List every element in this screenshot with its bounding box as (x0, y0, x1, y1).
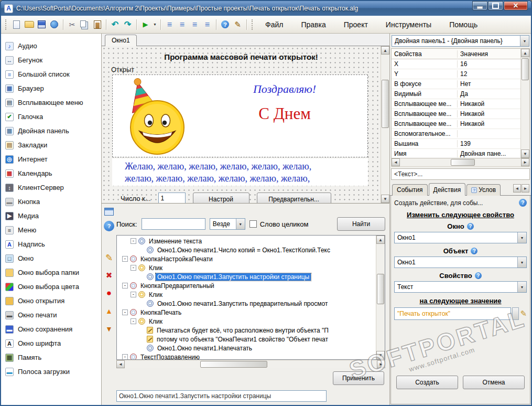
undo-icon[interactable] (109, 18, 121, 30)
search-scope-combo[interactable]: Везде (210, 218, 245, 230)
scroll-down-arrow[interactable]: ▼ (376, 351, 385, 359)
tab-actions[interactable]: Действия (429, 183, 466, 196)
help-icon[interactable] (475, 272, 482, 279)
list-blue-1-icon[interactable] (164, 18, 176, 30)
tree-item[interactable]: Печататься будет всё, что расположено вн… (117, 326, 376, 335)
palette-item[interactable]: ↔Бегунок (1, 53, 101, 67)
menu-item[interactable]: Файл (264, 19, 284, 30)
tree-item[interactable]: -КнопкаПредварительный (117, 281, 376, 290)
scroll-up-arrow[interactable]: ▲ (376, 236, 385, 244)
property-row[interactable]: Вспомогательное... (392, 129, 520, 139)
tree-item[interactable]: потому что объекта "ОкнаПечати1 свойство… (117, 335, 376, 344)
cancel-button[interactable]: Отмена (463, 376, 525, 389)
tree-expander[interactable]: - (122, 309, 128, 315)
tab-events[interactable]: События (392, 184, 428, 196)
values-column-header[interactable]: Значения (458, 50, 520, 58)
tree-horizontal-scrollbar[interactable]: ◄ ► (116, 360, 385, 368)
help-icon[interactable] (467, 223, 474, 230)
create-button[interactable]: Создать (396, 376, 458, 389)
search-input[interactable] (142, 218, 205, 230)
apply-button[interactable]: Применить (333, 371, 384, 385)
property-text-editor[interactable]: <Текст>... (391, 168, 530, 180)
palette-item[interactable]: AНадпись (1, 237, 101, 251)
open-folder-icon[interactable] (23, 18, 35, 30)
scroll-thumb[interactable] (451, 159, 475, 166)
menu-item[interactable]: Инструменты (385, 19, 432, 30)
tree-item[interactable]: -Изменение текста (117, 237, 376, 245)
palette-item[interactable]: ≡Большой список (1, 67, 101, 81)
whole-word-checkbox[interactable] (249, 220, 257, 228)
palette-item[interactable]: Окно выбора цвета (1, 280, 101, 294)
edit-pencil-icon[interactable] (104, 252, 114, 263)
palette-item[interactable]: АОкно шрифта (1, 336, 101, 350)
move-down-icon[interactable] (104, 324, 114, 334)
menu-item[interactable]: Проект (343, 19, 369, 30)
greeting-text-2[interactable]: С Днем (258, 104, 311, 123)
chevron-down-icon[interactable] (517, 282, 526, 292)
tabs-scroll-left[interactable]: ◄ (513, 184, 521, 193)
palette-item[interactable]: ↕КлиентСервер (1, 180, 101, 195)
palette-item[interactable]: ▦Двойная панель (1, 124, 101, 138)
edit-tools-icon[interactable] (232, 18, 244, 30)
tree-item[interactable]: -Клик (117, 290, 376, 299)
scroll-left-arrow[interactable]: ◄ (116, 360, 125, 368)
palette-item[interactable]: ▦Календарь (1, 166, 101, 180)
property-row[interactable]: В фокусеНет (392, 79, 520, 89)
palette-item[interactable]: ▬Окно печати (1, 308, 101, 322)
list-blue-2-icon[interactable] (176, 18, 188, 30)
tree-item[interactable]: Окно1.Окно печати1.Запустить настройки с… (117, 272, 376, 281)
title-bar[interactable]: A C:\Users\SoftPortal\Documents\Алгоритм… (1, 1, 531, 16)
tree-expander[interactable]: - (131, 238, 136, 244)
palette-item[interactable]: Окно открытия (1, 294, 101, 308)
toolbar-grip[interactable] (5, 19, 8, 30)
tree-item[interactable]: Окно1.Окно печати1.Запустить предварител… (117, 299, 376, 308)
wishes-text[interactable]: Желаю, желаю, желаю, желаю, желаю, желаю… (112, 158, 368, 186)
chevron-down-icon[interactable] (517, 232, 526, 243)
chevron-down-icon[interactable] (236, 219, 245, 229)
web-doc-icon[interactable] (48, 18, 60, 30)
delete-icon[interactable] (104, 270, 114, 281)
scroll-thumb[interactable] (377, 274, 384, 304)
list-blue-3-icon[interactable] (189, 18, 201, 30)
form-designer-canvas[interactable]: Программа массовой печати открыток! Откр… (102, 46, 381, 203)
menubar-grip[interactable] (252, 19, 254, 30)
tab-conditions[interactable]: Услов (466, 184, 501, 196)
palette-item[interactable]: ▦Память (1, 350, 101, 365)
palette-item[interactable]: ✔Галочка (1, 110, 101, 124)
palette-item[interactable]: ▬Кнопка (1, 195, 101, 209)
tree-item[interactable]: -КнопкаНастройкаПечати (117, 254, 376, 263)
tree-item[interactable]: Окно1.Окно печати1.Напечатать (117, 344, 376, 352)
run-icon[interactable] (139, 18, 151, 30)
action-text-input[interactable] (116, 390, 327, 402)
save-icon[interactable] (36, 18, 48, 30)
scroll-right-arrow[interactable]: ► (521, 158, 529, 166)
tabs-scroll-right[interactable]: ► (522, 184, 529, 193)
help-icon[interactable] (471, 248, 477, 254)
new-value-input[interactable] (394, 307, 511, 320)
menu-item[interactable]: Помощь (448, 19, 479, 30)
palette-item[interactable]: □Окно (1, 251, 101, 265)
palette-item[interactable]: Окно выбора папки (1, 265, 101, 280)
tree-expander[interactable]: - (131, 292, 136, 297)
greeting-text-1[interactable]: Поздравляю! (253, 82, 316, 96)
property-row[interactable]: ВидимыйДа (392, 89, 520, 99)
preview-button[interactable]: Предварительн... (257, 193, 331, 203)
palette-item[interactable]: ◎Интернет (1, 152, 101, 166)
tree-item[interactable]: -Клик (117, 317, 376, 326)
grid-vertical-scrollbar[interactable]: ▲ ▼ (520, 49, 529, 158)
palette-item[interactable]: ▤Закладки (1, 138, 101, 152)
palette-item[interactable]: ▬Окно сохранения (1, 322, 101, 336)
tree-item[interactable]: Окно1.Окно печати1.Число копий = Окно1.Т… (117, 245, 376, 254)
palette-item[interactable]: ≡Меню (1, 223, 101, 237)
scroll-up-arrow[interactable]: ▲ (381, 46, 389, 55)
property-row[interactable]: Всплывающее ме...Никакой (392, 99, 520, 109)
copies-label[interactable]: Число к... (121, 193, 151, 202)
property-row[interactable]: ИмяДвойная пане... (392, 149, 520, 158)
property-row[interactable]: Всплывающее ме...Никакой (392, 119, 520, 129)
print-settings-button[interactable]: Настрой (193, 193, 249, 203)
window-combo[interactable]: Окно1 (394, 232, 527, 243)
new-doc-icon[interactable] (10, 18, 23, 30)
tree-item[interactable]: -КнопкаПечать (117, 308, 376, 317)
scroll-thumb[interactable] (522, 58, 529, 80)
chevron-down-icon[interactable] (520, 36, 529, 46)
